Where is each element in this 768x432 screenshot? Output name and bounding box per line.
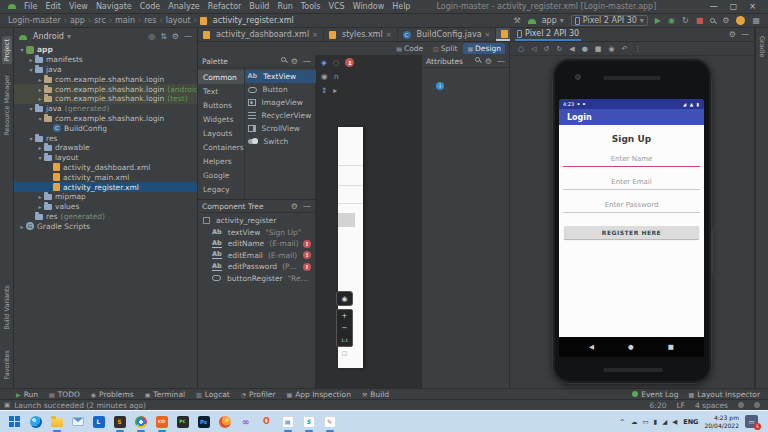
back-icon[interactable]: ◀	[569, 45, 574, 53]
input-enter-password[interactable]: Enter Password	[563, 201, 700, 213]
autoconnect-magnet-icon[interactable]: ∩	[334, 72, 340, 81]
palette-category-buttons[interactable]: Buttons	[198, 98, 244, 112]
tree-item-java[interactable]: ▾java(generated)	[14, 104, 197, 114]
mail-app-icon[interactable]	[69, 412, 86, 432]
toolwindow-build[interactable]: ⚒Build	[362, 390, 389, 399]
tree-arrow-icon[interactable]: ▾	[27, 66, 35, 73]
nav-back-icon[interactable]: ◀	[589, 343, 594, 351]
toolwindow-inspection[interactable]: ▦App Inspection	[286, 390, 350, 399]
rotate-left-icon[interactable]: ↺	[544, 45, 550, 53]
component-buttonregister[interactable]: buttonRegister"Reg Her"	[198, 273, 315, 285]
snapshots-icon[interactable]: ↶	[621, 45, 627, 53]
tree-arrow-icon[interactable]: ▸	[36, 203, 44, 210]
tree-item-gradle-scripts[interactable]: ▸GGradle Scripts	[14, 221, 197, 231]
mode-design[interactable]: ▦Design	[463, 43, 505, 54]
menu-item-file[interactable]: File	[20, 2, 41, 11]
tree-item-layout[interactable]: ▾layout	[14, 153, 197, 163]
tree-arrow-icon[interactable]: ▾	[36, 115, 44, 122]
coapp-app-icon[interactable]: CO	[153, 412, 170, 432]
palette-category-legacy[interactable]: Legacy	[198, 182, 244, 196]
hide-panel-icon[interactable]: —	[497, 57, 505, 66]
menu-item-vcs[interactable]: VCS	[325, 2, 349, 11]
toolwindow-terminal[interactable]: ▣Terminal	[145, 390, 185, 399]
menu-item-edit[interactable]: Edit	[41, 2, 65, 11]
tool-strip-gradle[interactable]: Gradle	[758, 36, 766, 58]
menu-item-navigate[interactable]: Navigate	[92, 2, 136, 11]
tree-item-java[interactable]: ▾java	[14, 65, 197, 75]
component-editemail[interactable]: AbeditEmail(E-mail)!	[198, 250, 315, 262]
component-editname[interactable]: AbeditName(E-mail)!	[198, 238, 315, 250]
tree-item-mipmap[interactable]: ▸mipmap	[14, 192, 197, 202]
palette-category-containers[interactable]: Containers	[198, 140, 244, 154]
settings-gear-icon[interactable]: ⚙	[485, 57, 492, 66]
nav-recents-icon[interactable]: ■	[668, 343, 674, 351]
sublime-app-icon[interactable]: S	[111, 412, 128, 432]
menu-item-help[interactable]: Help	[388, 2, 414, 11]
mode-code[interactable]: ▤Code	[392, 43, 427, 54]
hide-panel-icon[interactable]: —	[184, 32, 192, 41]
settings-gear-icon[interactable]: ⚙	[722, 16, 729, 25]
word-app-icon[interactable]: ▤	[279, 412, 296, 432]
breadcrumb-item[interactable]: layout	[166, 16, 191, 25]
volume-icon[interactable]: ◁	[531, 45, 536, 53]
search-icon[interactable]	[475, 57, 480, 62]
zoom-in-button[interactable]: +	[342, 310, 348, 322]
teal-app-icon[interactable]: S	[300, 412, 317, 432]
breadcrumb-item[interactable]: src	[94, 16, 106, 25]
settings-gear-icon[interactable]: ⚙	[291, 202, 298, 211]
tree-item-com-example-shashank-login[interactable]: ▸com.example.shashank.login(androidTest)	[14, 84, 197, 94]
zoom-level[interactable]: 1:1	[341, 334, 348, 346]
palette-category-widgets[interactable]: Widgets	[198, 112, 244, 126]
input-enter-email[interactable]: Enter Email	[563, 178, 700, 190]
breadcrumb-item[interactable]: Login-master	[8, 16, 61, 25]
palette-item-scrollview[interactable]: ScrollView	[245, 122, 324, 135]
close-icon[interactable]: ×	[312, 31, 318, 39]
clock[interactable]: 4:23 pm 20/04/2022	[704, 414, 739, 428]
margins-icon[interactable]: ⇕	[321, 86, 327, 95]
tool-strip-favorites[interactable]: Favorites	[2, 347, 12, 382]
close-icon[interactable]: ×	[749, 2, 756, 11]
settings-gear-icon[interactable]: ⚙	[291, 57, 298, 66]
more-icon[interactable]: ⋮	[634, 45, 641, 53]
menu-item-build[interactable]: Build	[245, 2, 273, 11]
zoom-out-button[interactable]: −	[342, 322, 348, 334]
brush-app-icon[interactable]: ✎	[321, 412, 338, 432]
sync-icon[interactable]: ↻	[682, 16, 689, 25]
screenshot-icon[interactable]: ◉	[608, 45, 614, 53]
office-app-icon[interactable]: O	[258, 412, 275, 432]
hide-panel-icon[interactable]: —	[303, 202, 311, 211]
breadcrumb-item[interactable]: res	[144, 16, 156, 25]
menu-item-window[interactable]: Window	[349, 2, 389, 11]
tree-item-activity-register-xml[interactable]: activity_register.xml	[14, 182, 197, 192]
tree-item-app[interactable]: ▾app	[14, 45, 197, 55]
breadcrumb-file[interactable]: activity_register.xml	[200, 16, 294, 25]
tree-arrow-icon[interactable]: ▸	[36, 193, 44, 200]
nav-home-icon[interactable]: ●	[628, 343, 634, 351]
tree-item-com-example-shashank-login[interactable]: ▸com.example.shashank.login	[14, 74, 197, 84]
firefox-app-icon[interactable]	[216, 412, 233, 432]
palette-item-recyclerview[interactable]: RecyclerView↓	[245, 109, 324, 122]
toolwindow-todo[interactable]: ▤TODO	[49, 390, 80, 399]
breadcrumb-item[interactable]: main	[115, 16, 135, 25]
line-ending[interactable]: LF	[676, 401, 685, 410]
tree-item-buildconfig[interactable]: CBuildConfig	[14, 123, 197, 133]
tree-arrow-icon[interactable]: ▸	[27, 56, 35, 63]
zoom-fit-icon[interactable]: ⊡	[336, 350, 353, 358]
power-icon[interactable]: ○	[518, 45, 524, 53]
view-options-icon[interactable]: ◉	[321, 72, 328, 81]
build-hammer-icon[interactable]: ⚒	[514, 16, 521, 25]
mode-split[interactable]: ◫Split	[429, 43, 461, 54]
chevron-up-icon[interactable]: ^	[620, 418, 625, 426]
lock-icon[interactable]	[738, 402, 744, 408]
palette-item-textview[interactable]: AbTextView	[245, 70, 324, 83]
project-view-select[interactable]: Android	[33, 32, 64, 41]
menu-item-code[interactable]: Code	[136, 2, 164, 11]
palette-item-switch[interactable]: Switch	[245, 135, 324, 148]
tree-item-activity-dashboard-xml[interactable]: activity_dashboard.xml	[14, 163, 197, 173]
menu-item-view[interactable]: View	[65, 2, 92, 11]
palette-item-button[interactable]: Button	[245, 83, 324, 96]
palette-item-imageview[interactable]: ImageView	[245, 96, 324, 109]
component-activity_register[interactable]: activity_register	[198, 215, 315, 227]
tree-item-values[interactable]: ▸values	[14, 202, 197, 212]
battery-icon[interactable]: ▮	[654, 418, 658, 426]
